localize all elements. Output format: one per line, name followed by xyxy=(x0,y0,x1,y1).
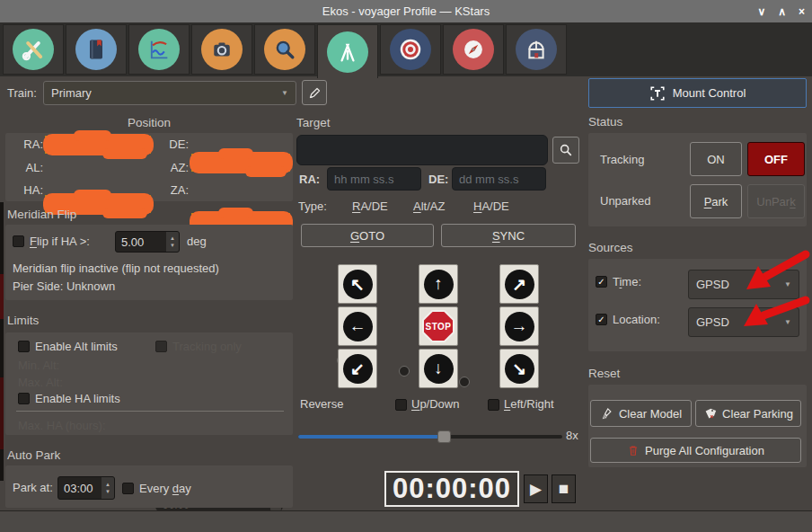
arrow-southeast-icon: ↘ xyxy=(505,354,534,384)
play-icon: ▶ xyxy=(530,480,542,499)
tab-observatory[interactable] xyxy=(506,24,567,75)
target-de-label: DE: xyxy=(428,173,448,186)
purge-configuration-button[interactable]: Purge All Configuration xyxy=(590,438,801,463)
time-source-checkbox[interactable]: ✓ xyxy=(596,276,607,288)
every-day-checkbox[interactable] xyxy=(122,483,134,494)
flip-ha-spinbox[interactable]: 5.00 ▲▼ xyxy=(115,231,180,253)
location-source-dropdown[interactable]: GPSD ▼ xyxy=(688,307,799,337)
speed-value-label: 8x xyxy=(566,429,578,442)
de-position-field[interactable] xyxy=(191,154,290,172)
module-tabbar xyxy=(0,22,812,76)
flip-if-ha-checkbox[interactable] xyxy=(13,235,24,247)
tab-focus[interactable] xyxy=(254,24,315,75)
slew-southeast-button[interactable]: ↘ xyxy=(499,349,539,388)
ekos-window: Ekos - voyager Profile — KStars ∨ ∧ × xyxy=(0,0,812,532)
target-ra-input[interactable] xyxy=(327,167,421,191)
train-combobox[interactable]: Primary ▼ xyxy=(43,81,296,105)
park-button[interactable]: Park xyxy=(690,184,742,218)
stop-button[interactable]: STOP xyxy=(419,306,458,346)
maximize-icon[interactable]: ∧ xyxy=(778,5,786,18)
capture-icon xyxy=(201,29,243,70)
meridian-status-text: Meridian flip inactive (flip not request… xyxy=(13,262,219,275)
status-strip xyxy=(0,511,812,532)
analyze-icon xyxy=(138,29,180,70)
target-search-input[interactable] xyxy=(296,135,548,165)
spinner-arrows-icon[interactable]: ▲▼ xyxy=(166,232,179,252)
tab-scheduler[interactable] xyxy=(66,24,127,75)
tracking-only-checkbox[interactable] xyxy=(155,341,167,352)
search-icon xyxy=(559,143,573,157)
stop-timer-button[interactable]: ■ xyxy=(552,474,576,503)
park-at-label: Park at: xyxy=(13,481,53,494)
type-hade-radio[interactable] xyxy=(459,377,470,387)
goto-button[interactable]: GOTO xyxy=(301,224,434,247)
tab-guide[interactable] xyxy=(380,24,441,75)
speed-slider[interactable] xyxy=(298,430,562,444)
target-de-input[interactable] xyxy=(452,167,546,191)
target-ra-label: RA: xyxy=(299,173,320,186)
status-title: Status xyxy=(588,115,622,129)
leftright-reverse-checkbox[interactable] xyxy=(488,399,499,411)
flip-ha-value: 5.00 xyxy=(116,232,166,252)
slew-northwest-button[interactable]: ↖ xyxy=(338,264,377,304)
broom-icon xyxy=(600,407,613,421)
sync-button[interactable]: SYNC xyxy=(441,224,576,247)
time-source-dropdown[interactable]: GPSD ▼ xyxy=(688,270,799,299)
type-altaz-label: Alt/AZ xyxy=(413,200,445,213)
arrow-southwest-icon: ↙ xyxy=(343,354,373,384)
type-radec-label: RA/DE xyxy=(352,200,388,213)
meridian-flip-title: Meridian Flip xyxy=(7,208,76,221)
slew-northeast-button[interactable]: ↗ xyxy=(499,264,539,304)
location-source-label: Location: xyxy=(613,313,660,326)
chevron-down-icon: ▼ xyxy=(784,318,791,326)
ra-position-field[interactable] xyxy=(45,136,151,154)
close-icon[interactable]: × xyxy=(799,5,805,18)
clear-model-button[interactable]: Clear Model xyxy=(590,400,692,427)
location-source-checkbox[interactable]: ✓ xyxy=(596,314,607,325)
train-value: Primary xyxy=(51,86,92,100)
spinner-arrows-icon[interactable]: ▲▼ xyxy=(102,477,114,499)
max-ha-label: Max. HA (hours): xyxy=(18,419,106,432)
slew-west-button[interactable]: ← xyxy=(338,306,377,346)
tab-setup[interactable] xyxy=(3,24,64,75)
arrow-northwest-icon: ↖ xyxy=(343,270,373,299)
slew-north-button[interactable]: ↑ xyxy=(419,264,458,304)
slew-east-button[interactable]: → xyxy=(499,306,539,346)
clear-model-label: Clear Model xyxy=(619,407,682,421)
tab-capture[interactable] xyxy=(191,24,252,75)
slew-south-button[interactable]: ↓ xyxy=(419,349,458,388)
timer-display: 00:00:00 xyxy=(384,471,519,507)
flip-if-ha-label: Flip if HA >: xyxy=(30,235,90,248)
stop-icon: ■ xyxy=(559,479,569,499)
az-position-label: AZ: xyxy=(160,161,189,174)
time-source-label: Time: xyxy=(613,275,641,288)
pencil-icon xyxy=(308,86,322,100)
mount-control-button[interactable]: Mount Control xyxy=(588,78,807,108)
type-altaz-radio[interactable] xyxy=(399,366,410,377)
max-alt-label: Max. Alt: xyxy=(18,376,63,389)
mount-icon xyxy=(327,31,368,73)
mount-control-icon xyxy=(649,85,666,102)
target-search-button[interactable] xyxy=(552,137,579,164)
tracking-on-button[interactable]: ON xyxy=(690,142,742,176)
updown-reverse-checkbox[interactable] xyxy=(395,399,407,411)
unpark-button[interactable]: UnPark xyxy=(747,184,805,218)
park-at-spinbox[interactable]: 03:00 ▲▼ xyxy=(57,476,115,500)
type-hade-label: HA/DE xyxy=(473,200,509,213)
stop-sign-icon: STOP xyxy=(422,310,455,342)
play-button[interactable]: ▶ xyxy=(524,474,548,503)
leftright-label: Left/Right xyxy=(504,397,554,411)
tab-mount[interactable] xyxy=(317,24,378,78)
slew-southwest-button[interactable]: ↙ xyxy=(338,349,377,388)
slider-handle[interactable] xyxy=(437,430,451,443)
purge-configuration-label: Purge All Configuration xyxy=(645,444,764,457)
tab-align[interactable] xyxy=(443,24,504,75)
tab-analyze[interactable] xyxy=(128,24,190,75)
clear-parking-button[interactable]: Clear Parking xyxy=(695,400,801,427)
align-icon xyxy=(453,29,494,70)
enable-alt-limits-checkbox[interactable] xyxy=(18,341,30,352)
enable-ha-limits-checkbox[interactable] xyxy=(18,393,30,404)
edit-train-button[interactable] xyxy=(302,80,327,105)
minimize-icon[interactable]: ∨ xyxy=(757,5,765,18)
tracking-off-button[interactable]: OFF xyxy=(747,142,805,176)
